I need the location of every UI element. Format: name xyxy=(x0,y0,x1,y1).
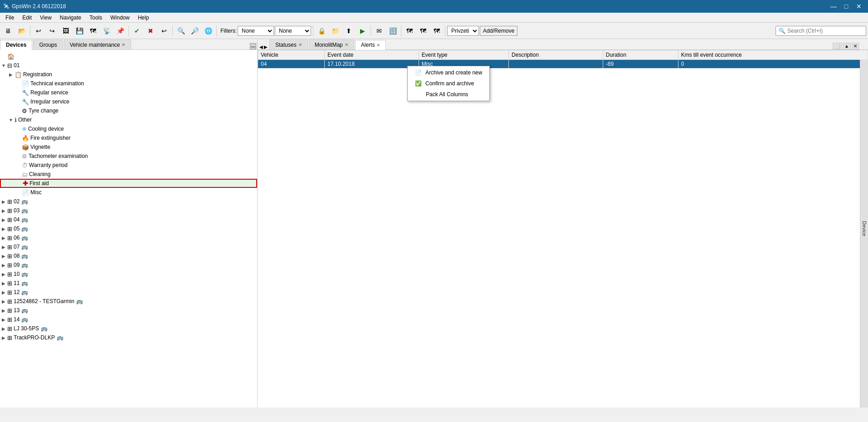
tree-item-01[interactable]: ▼ ⊟ 01 xyxy=(0,61,257,70)
tab-devices[interactable]: Devices xyxy=(0,40,32,50)
tree-item-lj30[interactable]: ▶ ⊞ LJ 30-5PS 🚌 xyxy=(0,324,257,333)
tree-item-misc[interactable]: 📄 Misc xyxy=(0,188,257,197)
tree-item-regular[interactable]: 🔧 Regular service xyxy=(0,88,257,97)
cell-event-date: 17.10.2018 xyxy=(325,60,419,69)
toolbar-btn-6[interactable]: 📌 xyxy=(114,25,127,37)
add-remove-button[interactable]: Add/Remove xyxy=(480,26,517,36)
menu-view[interactable]: View xyxy=(36,14,55,22)
tree-item-registration[interactable]: ▶ 📋 Registration xyxy=(0,70,257,79)
tree-item-cleaning[interactable]: 🗂 Cleaning xyxy=(0,170,257,179)
tab-alerts[interactable]: Alerts ✕ xyxy=(355,40,386,50)
tree-item-firstaid[interactable]: ✚ First aid xyxy=(0,179,257,188)
context-confirm-archive[interactable]: ✅ Confirm and archive xyxy=(408,78,489,89)
toolbar-folder[interactable]: 📁 xyxy=(329,25,341,37)
tab-restore-button[interactable]: ⬜ xyxy=(833,43,842,49)
tree-item-14[interactable]: ▶ ⊞ 14 🚌 xyxy=(0,315,257,324)
expander-registration: ▶ xyxy=(7,71,15,78)
context-archive-create-new[interactable]: 📄 Archive and create new xyxy=(408,67,489,78)
tree-item-02[interactable]: ▶ ⊞ 02 🚌 xyxy=(0,197,257,206)
toolbar-btn-4[interactable]: 🗺 xyxy=(87,25,99,37)
toolbar-btn-2[interactable]: 📂 xyxy=(15,25,28,37)
tree-item-07[interactable]: ▶ ⊞ 07 🚌 xyxy=(0,242,257,251)
tree-label-07: 07 xyxy=(14,244,20,250)
toolbar-redo[interactable]: ↪ xyxy=(46,25,59,37)
toolbar-btn-8[interactable]: 🌐 xyxy=(202,25,215,37)
toolbar-num[interactable]: 🔢 xyxy=(386,25,399,37)
toolbar-map3[interactable]: 🗺 xyxy=(430,25,443,37)
toolbar-map1[interactable]: 🗺 xyxy=(403,25,416,37)
tab-nav-back[interactable]: ◀ xyxy=(259,44,263,49)
tree-item-06[interactable]: ▶ ⊞ 06 🚌 xyxy=(0,233,257,242)
collapse-panel-button[interactable]: — xyxy=(250,43,256,49)
tree-item-technical[interactable]: 📄 Technical examination xyxy=(0,79,257,88)
toolbar-btn-1[interactable]: 🖥 xyxy=(2,25,15,37)
toolbar-search-1[interactable]: 🔍 xyxy=(175,25,187,37)
toolbar-save[interactable]: 💾 xyxy=(73,25,86,37)
menu-tools[interactable]: Tools xyxy=(86,14,106,22)
tab-monolitmap-close[interactable]: ✕ xyxy=(345,42,348,47)
toolbar-mail[interactable]: ✉ xyxy=(373,25,385,37)
toolbar-play[interactable]: ▶ xyxy=(356,25,369,37)
tree-item-13[interactable]: ▶ ⊞ 13 🚌 xyxy=(0,306,257,315)
tab-vehicle-maintenance[interactable]: Vehicle maintenance ✕ xyxy=(64,39,132,49)
search-input[interactable] xyxy=(787,28,860,34)
menu-navigate[interactable]: Navigate xyxy=(56,14,85,22)
privzeti-select[interactable]: Privzeti xyxy=(447,26,479,36)
menu-bar: File Edit View Navigate Tools Window Hel… xyxy=(0,13,868,23)
tree-item-10[interactable]: ▶ ⊞ 10 🚌 xyxy=(0,270,257,279)
tab-nav-forward[interactable]: ▶ xyxy=(264,44,268,49)
tab-statuses[interactable]: Statuses ✕ xyxy=(269,39,308,49)
tree-item-09[interactable]: ▶ ⊞ 09 🚌 xyxy=(0,260,257,270)
toolbar-btn-5[interactable]: 📡 xyxy=(100,25,113,37)
toolbar-up[interactable]: ⬆ xyxy=(342,25,355,37)
tree-item-11[interactable]: ▶ ⊞ 11 🚌 xyxy=(0,279,257,288)
filter-select-2[interactable]: None xyxy=(275,26,311,36)
tree-item-warranty[interactable]: ⏱ Warranty period xyxy=(0,161,257,170)
table-row[interactable]: 04 17.10.2018 Misc -89 0 xyxy=(258,60,868,69)
tree-item-05[interactable]: ▶ ⊞ 05 🚌 xyxy=(0,224,257,233)
toolbar-btn-7[interactable]: ↩ xyxy=(158,25,171,37)
tab-statuses-close[interactable]: ✕ xyxy=(298,42,302,47)
toolbar-map2[interactable]: 🗺 xyxy=(417,25,429,37)
tab-monolitmap[interactable]: MonolitMap ✕ xyxy=(309,39,354,49)
expander-07: ▶ xyxy=(0,243,7,250)
menu-help[interactable]: Help xyxy=(134,14,153,22)
tree-item-12[interactable]: ▶ ⊞ 12 🚌 xyxy=(0,288,257,297)
tree-item-irregular[interactable]: 🔧 Irregular service xyxy=(0,97,257,106)
tree-item-04[interactable]: ▶ ⊞ 04 🚌 xyxy=(0,215,257,224)
tree-item-08[interactable]: ▶ ⊞ 08 🚌 xyxy=(0,251,257,260)
toolbar-undo[interactable]: ↩ xyxy=(32,25,45,37)
minimize-button[interactable]: — xyxy=(828,2,839,11)
toolbar-x-red[interactable]: ✖ xyxy=(144,25,157,37)
tree-item-03[interactable]: ▶ ⊞ 03 🚌 xyxy=(0,206,257,215)
tab-close-button[interactable]: ✕ xyxy=(852,43,859,49)
filter-select-1[interactable]: None xyxy=(238,26,274,36)
toolbar-check-green[interactable]: ✔ xyxy=(131,25,143,37)
tab-maximize-button[interactable]: ▲ xyxy=(843,43,851,49)
tree-item-tacho[interactable]: ⚙ Tachometer examination xyxy=(0,152,257,161)
close-button[interactable]: ✕ xyxy=(853,2,864,11)
toolbar-btn-3[interactable]: 🖼 xyxy=(59,25,72,37)
tree-item-cooling[interactable]: ❄ Cooling device xyxy=(0,124,257,133)
tree-item-tyre[interactable]: ⚙ Tyre change xyxy=(0,106,257,115)
expander-tyre xyxy=(15,107,22,114)
col-kms: Kms till event occurrence xyxy=(678,50,868,60)
tab-groups[interactable]: Groups xyxy=(33,39,63,49)
expander-warranty xyxy=(15,162,22,169)
maximize-button[interactable]: □ xyxy=(841,2,852,11)
tree-item-12524862[interactable]: ▶ ⊞ 12524862 - TESTGarmin 🚌 xyxy=(0,297,257,306)
menu-window[interactable]: Window xyxy=(107,14,133,22)
tree-item-other[interactable]: ▼ ℹ Other xyxy=(0,115,257,124)
tab-alerts-close[interactable]: ✕ xyxy=(376,43,380,48)
context-pack-columns[interactable]: Pack All Columns xyxy=(408,89,489,100)
menu-edit[interactable]: Edit xyxy=(19,14,35,22)
tree-item-fire[interactable]: 🔥 Fire extinguisher xyxy=(0,133,257,142)
toolbar-lock[interactable]: 🔒 xyxy=(315,25,328,37)
tree-icon-bus-track: 🚌 xyxy=(57,334,63,341)
toolbar-search-2[interactable]: 🔎 xyxy=(188,25,201,37)
tree-item-track[interactable]: ▶ ⊞ TrackPRO-DLKP 🚌 xyxy=(0,333,257,342)
tree-item-root[interactable]: 🏠 xyxy=(0,52,257,61)
tab-vehicle-maintenance-close[interactable]: ✕ xyxy=(122,42,125,47)
menu-file[interactable]: File xyxy=(2,14,18,22)
tree-item-vignette[interactable]: 📦 Vignette xyxy=(0,142,257,152)
